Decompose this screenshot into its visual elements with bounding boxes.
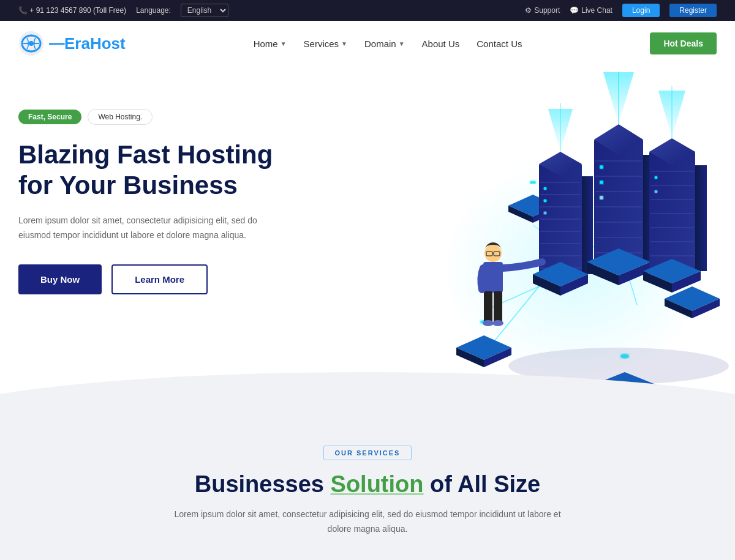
hero-title: Blazing Fast Hosting for Your Business [18, 140, 337, 201]
services-dropdown-arrow: ▼ [341, 40, 347, 47]
badge-fast-secure: Fast, Secure [18, 110, 81, 124]
top-bar: 📞 + 91 123 4567 890 (Toll Free) Language… [0, 0, 735, 21]
services-label: OUR SERVICES [323, 446, 412, 460]
nav-contact[interactable]: Contact Us [477, 39, 522, 49]
main-nav: Home ▼ Services ▼ Domain ▼ About Us Cont… [254, 39, 522, 49]
svg-point-43 [544, 200, 547, 203]
domain-dropdown-arrow: ▼ [399, 40, 405, 47]
nav-about[interactable]: About Us [422, 39, 460, 49]
support-icon: ⚙ [525, 6, 532, 15]
svg-rect-68 [695, 165, 707, 271]
register-button[interactable]: Register [669, 4, 717, 17]
svg-rect-66 [649, 152, 695, 271]
logo[interactable]: ⸻EraHost [18, 31, 126, 56]
language-select[interactable]: English Spanish French German [181, 4, 228, 17]
svg-point-30 [530, 181, 536, 184]
hero-content: Fast, Secure Web Hosting. Blazing Fast H… [18, 91, 337, 294]
svg-rect-89 [494, 291, 502, 322]
buy-now-button[interactable]: Buy Now [18, 264, 102, 294]
services-label-wrapper: OUR SERVICES [18, 446, 717, 471]
badge-web-hosting: Web Hosting. [88, 109, 153, 125]
phone-number: 📞 + 91 123 4567 890 (Toll Free) [18, 6, 126, 15]
svg-point-91 [492, 320, 503, 326]
svg-point-44 [544, 212, 547, 215]
svg-rect-49 [594, 140, 643, 262]
nav-domain[interactable]: Domain ▼ [364, 39, 405, 49]
svg-point-76 [655, 176, 658, 179]
hero-badges: Fast, Secure Web Hosting. [18, 109, 337, 125]
svg-point-42 [544, 187, 547, 190]
hero-section: Fast, Secure Web Hosting. Blazing Fast H… [0, 66, 735, 409]
top-bar-left: 📞 + 91 123 4567 890 (Toll Free) Language… [18, 4, 228, 17]
nav-services[interactable]: Services ▼ [304, 39, 347, 49]
hero-description: Lorem ipsum dolor sit amet, consectetur … [18, 214, 288, 243]
support-link[interactable]: ⚙ Support [525, 6, 560, 15]
services-title: Businesses Solution of All Size [18, 471, 717, 498]
svg-rect-88 [484, 291, 492, 322]
svg-point-77 [655, 190, 658, 193]
learn-more-button[interactable]: Learn More [111, 264, 208, 294]
livechat-link[interactable]: 💬 Live Chat [570, 6, 612, 15]
home-dropdown-arrow: ▼ [281, 40, 287, 47]
login-button[interactable]: Login [622, 4, 660, 17]
hero-buttons: Buy Now Learn More [18, 264, 337, 294]
language-label: Language: [136, 6, 171, 15]
svg-point-90 [483, 320, 494, 326]
logo-icon [18, 31, 44, 56]
nav-home[interactable]: Home ▼ [254, 39, 287, 49]
services-section: OUR SERVICES Businesses Solution of All … [0, 409, 735, 560]
svg-point-59 [600, 165, 603, 169]
logo-text: ⸻EraHost [48, 34, 126, 53]
top-bar-right: ⚙ Support 💬 Live Chat Login Register [525, 4, 717, 17]
chat-icon: 💬 [570, 6, 579, 15]
svg-point-61 [600, 196, 603, 200]
header: ⸻EraHost Home ▼ Services ▼ Domain ▼ Abou… [0, 21, 735, 66]
svg-point-60 [600, 181, 603, 184]
server-illustration-svg [361, 72, 729, 409]
svg-rect-33 [582, 176, 593, 274]
services-description: Lorem ipsum dolor sit amet, consectetur … [172, 507, 564, 537]
hot-deals-button[interactable]: Hot Deals [650, 32, 717, 54]
hero-illustration [337, 91, 717, 409]
